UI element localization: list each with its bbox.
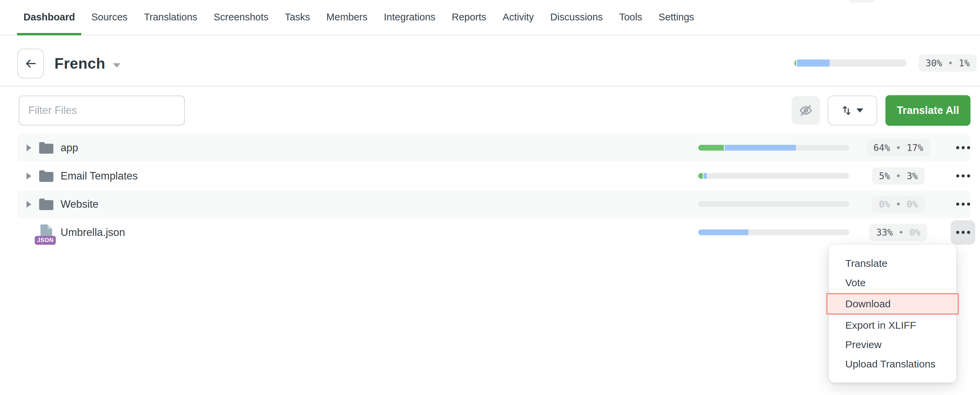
tab-settings[interactable]: Settings: [652, 11, 701, 34]
approved-percent: 1%: [959, 58, 970, 68]
sort-arrows-icon: [842, 105, 852, 117]
header-progress-badge: 30% • 1%: [919, 54, 977, 72]
approved-percent: 3%: [907, 171, 918, 181]
file-name: app: [60, 142, 78, 154]
menu-item-preview[interactable]: Preview: [829, 335, 956, 354]
menu-item-upload-translations[interactable]: Upload Translations: [829, 354, 956, 374]
back-button[interactable]: [18, 49, 44, 79]
bullet-separator: •: [896, 143, 901, 153]
tab-tasks[interactable]: Tasks: [278, 11, 317, 34]
row-progress-badge: 64% • 17%: [867, 139, 930, 156]
row-progress-badge: 5% • 3%: [872, 167, 924, 185]
tab-reports[interactable]: Reports: [445, 11, 493, 34]
translated-progress-segment: [698, 230, 748, 235]
translated-progress-segment: [725, 145, 796, 151]
folder-icon: [38, 141, 54, 154]
eye-off-icon: [799, 103, 813, 117]
expand-caret-icon[interactable]: [27, 201, 31, 208]
approved-percent: 0%: [907, 199, 918, 209]
tab-discussions[interactable]: Discussions: [544, 11, 609, 34]
file-name: Umbrella.json: [60, 227, 125, 239]
row-more-actions-button-open[interactable]: [951, 220, 975, 245]
ellipsis-icon: [956, 203, 959, 206]
menu-item-translate[interactable]: Translate: [829, 254, 956, 273]
row-progress-bar: [698, 145, 850, 151]
approved-percent: 17%: [907, 143, 923, 153]
translated-percent: 64%: [873, 143, 890, 153]
file-list: app 64% • 17% Email Templates 5% • 3%: [17, 133, 970, 246]
row-progress-bar: [698, 230, 850, 235]
row-progress-badge: 33% • 0%: [869, 224, 927, 241]
filter-files-input[interactable]: [19, 95, 185, 125]
row-progress-bar: [698, 201, 850, 207]
tab-integrations[interactable]: Integrations: [377, 11, 442, 34]
approved-percent: 0%: [910, 227, 921, 238]
tab-members[interactable]: Members: [320, 11, 374, 34]
approved-progress-segment: [794, 59, 796, 67]
ellipsis-icon: [956, 174, 959, 178]
sort-button[interactable]: [827, 95, 877, 125]
tab-sources[interactable]: Sources: [85, 11, 134, 34]
row-more-actions-button[interactable]: [951, 136, 975, 160]
cutoff-top-element: [850, 0, 875, 3]
translated-progress-segment: [797, 59, 830, 67]
ellipsis-icon: [956, 146, 959, 149]
row-progress-badge: 0% • 0%: [872, 195, 924, 213]
arrow-left-icon: [24, 57, 37, 70]
expand-caret-icon[interactable]: [27, 144, 31, 151]
approved-progress-segment: [698, 145, 724, 151]
tab-translations[interactable]: Translations: [137, 11, 204, 34]
file-actions-menu: Translate Vote Download Export in XLIFF …: [829, 245, 956, 382]
file-name: Website: [60, 198, 98, 210]
row-progress-bar: [698, 173, 850, 179]
tab-tools[interactable]: Tools: [613, 11, 649, 34]
translated-progress-segment: [704, 173, 707, 179]
header-divider: [0, 86, 980, 87]
folder-icon: [38, 170, 54, 182]
top-navigation: Dashboard Sources Translations Screensho…: [0, 0, 980, 35]
sort-dropdown-caret-icon: [856, 108, 863, 113]
folder-icon: [38, 198, 54, 211]
tab-screenshots[interactable]: Screenshots: [207, 11, 275, 34]
language-dropdown-caret-icon[interactable]: [113, 63, 121, 68]
row-more-actions-button[interactable]: [951, 164, 975, 188]
menu-item-export-xliff[interactable]: Export in XLIFF: [829, 316, 956, 335]
file-row-email-templates[interactable]: Email Templates 5% • 3%: [17, 162, 970, 190]
bullet-separator: •: [948, 58, 953, 68]
translate-all-button[interactable]: Translate All: [885, 95, 970, 126]
json-file-badge: JSON: [35, 236, 56, 245]
translated-percent: 0%: [879, 199, 890, 209]
menu-item-download[interactable]: Download: [826, 293, 959, 315]
bullet-separator: •: [896, 171, 901, 181]
row-more-actions-button[interactable]: [951, 192, 975, 217]
menu-item-vote[interactable]: Vote: [829, 273, 956, 292]
bullet-separator: •: [898, 227, 904, 238]
file-row-app[interactable]: app 64% • 17%: [17, 133, 970, 162]
ellipsis-icon: [956, 231, 959, 234]
tab-activity[interactable]: Activity: [496, 11, 540, 34]
translated-percent: 5%: [879, 171, 890, 181]
translated-percent: 33%: [876, 227, 893, 238]
hide-completed-button[interactable]: [791, 96, 820, 125]
expand-caret-icon[interactable]: [27, 173, 31, 179]
file-name: Email Templates: [60, 170, 138, 182]
bullet-separator: •: [896, 199, 901, 209]
approved-progress-segment: [698, 173, 703, 179]
file-row-website[interactable]: Website 0% • 0%: [17, 190, 970, 218]
tab-dashboard[interactable]: Dashboard: [17, 11, 81, 34]
translated-percent: 30%: [926, 58, 942, 68]
page-title: French: [54, 55, 105, 72]
header-progress-bar: [794, 59, 907, 67]
file-row-umbrella-json[interactable]: JSON Umbrella.json 33% • 0%: [17, 218, 970, 246]
